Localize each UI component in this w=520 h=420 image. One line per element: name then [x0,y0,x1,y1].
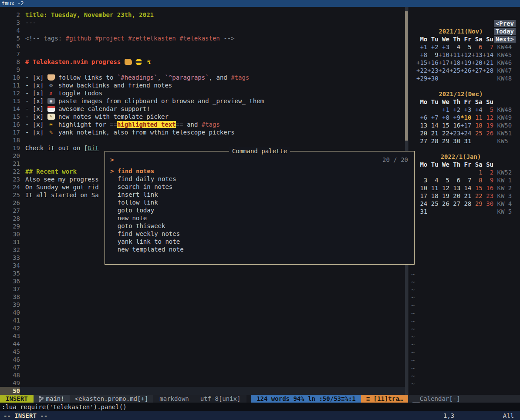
calendar-day[interactable]: 31 [460,138,471,144]
calendar-day[interactable]: 11 [471,114,482,121]
editor-line[interactable]: 2title: Tuesday, November 23th, 2021 [0,11,408,19]
calendar-day[interactable]: 5 [483,106,493,113]
calendar-day[interactable]: 19 [439,192,449,199]
editor-line[interactable]: 44 [0,340,408,348]
calendar-day[interactable]: 28 [427,138,438,144]
calendar-day[interactable]: 12 [483,114,493,121]
editor-line[interactable]: 11- [x] ∞ show backlinks and friend note… [0,81,408,89]
calendar-day[interactable]: +6 [416,114,427,121]
editor-line[interactable]: 17- [x] ✎ yank notelink, also from wthin… [0,128,408,136]
editor-line[interactable]: 14- [x] awesome calendar support! [0,105,408,113]
calendar-day[interactable]: +27 [471,67,482,74]
calendar-day[interactable]: +26 [460,67,471,74]
calendar-day[interactable]: 3 [416,177,427,184]
calendar-day[interactable]: 25 [427,200,438,207]
calendar-day[interactable]: 25 [471,130,482,137]
calendar-day[interactable]: 28 [460,200,471,207]
calendar-day[interactable]: 29 [439,138,449,144]
calendar-day[interactable]: 6 [471,44,482,50]
calendar-day[interactable]: 4 [427,177,438,184]
calendar-day[interactable]: 23 [483,192,493,199]
calendar-day[interactable]: 11 [427,185,438,192]
editor-line[interactable]: 3--- [0,19,408,27]
calendar-day[interactable]: +14 [483,51,493,58]
calendar-day[interactable]: 20 [449,192,460,199]
calendar-day[interactable]: 29 [471,200,482,207]
palette-item[interactable]: insert link [105,191,414,198]
calendar-day[interactable]: +10 [439,51,449,58]
calendar-day[interactable]: 13 [416,122,427,129]
calendar-day[interactable]: *10 [460,114,471,121]
editor-line[interactable]: 43 [0,332,408,340]
editor-line[interactable]: 12- [x] ✗ toggle todos [0,89,408,97]
calendar-day[interactable]: +29 [416,75,427,82]
calendar-day[interactable]: +24 [439,67,449,74]
calendar-day[interactable]: 14 [460,185,471,192]
editor-line[interactable]: 37 [0,285,408,293]
editor-line[interactable]: 46 [0,356,408,363]
palette-item[interactable]: search in notes [105,183,414,191]
calendar-day[interactable]: +13 [471,51,482,58]
calendar-day[interactable]: +22 [416,67,427,74]
editor-line[interactable]: 49 [0,379,408,387]
calendar-day[interactable]: +18 [449,59,460,66]
calendar-day[interactable]: +9 [449,114,460,121]
calendar-day[interactable]: 18 [471,122,482,129]
editor-line[interactable]: 15- [x] ✎ new notes with template picker [0,113,408,121]
calendar-day[interactable]: 27 [449,200,460,207]
calendar-day[interactable]: 30 [483,200,493,207]
calendar-day[interactable]: 12 [439,185,449,192]
editor-line[interactable]: 42 [0,324,408,332]
calendar-day[interactable]: 27 [416,138,427,144]
calendar-day[interactable]: +25 [449,67,460,74]
calendar-day[interactable]: 8 [471,177,482,184]
palette-item[interactable]: goto today [105,206,414,214]
calendar-day[interactable]: +24 [460,130,471,137]
editor-line[interactable]: 6 [0,42,408,50]
calendar-day[interactable]: +8 [416,51,427,58]
editor-line[interactable]: 39 [0,301,408,309]
calendar-today-button[interactable]: Today [494,28,516,35]
calendar-day[interactable]: 21 [460,192,471,199]
editor-line[interactable]: 35 [0,269,408,277]
calendar-day[interactable]: +19 [460,59,471,66]
calendar-day[interactable]: 13 [449,185,460,192]
calendar-day[interactable]: 22 [471,192,482,199]
calendar-day[interactable]: 22 [439,130,449,137]
calendar-day[interactable]: +3 [439,44,449,50]
calendar-day[interactable]: 20 [416,130,427,137]
calendar-day[interactable]: 31 [416,208,427,215]
calendar-day[interactable]: +15 [416,59,427,66]
editor-line[interactable]: 45 [0,348,408,356]
calendar-day[interactable]: 16 [449,122,460,129]
calendar-day[interactable]: 10 [416,185,427,192]
calendar-day[interactable]: +12 [460,51,471,58]
calendar-day[interactable]: 26 [483,130,493,137]
calendar-day[interactable]: 7 [483,44,493,50]
calendar-day[interactable]: +2 [427,44,438,50]
calendar-day[interactable]: 18 [427,192,438,199]
calendar-day[interactable]: +17 [439,59,449,66]
editor-line[interactable]: 16- [x] ☀ highlight for ==highlighted te… [0,121,408,128]
calendar-day[interactable]: +7 [427,114,438,121]
calendar-day[interactable]: +2 [449,106,460,113]
editor-line[interactable]: 47 [0,363,408,371]
calendar-day[interactable]: +17 [460,122,471,129]
editor-line[interactable]: 13- [x] ◉ paste images from clipboard or… [0,97,408,105]
calendar-day[interactable]: 6 [449,177,460,184]
calendar-day[interactable]: 15 [439,122,449,129]
editor-line[interactable]: 18 [0,136,408,144]
editor-line[interactable]: 5<!-- tags: #github #project #zettelkast… [0,34,408,42]
scrollbar-thumb[interactable] [405,11,408,141]
editor-line[interactable]: 36 [0,277,408,285]
calendar-day[interactable]: 2 [483,169,493,176]
calendar-day[interactable]: +4 [471,106,482,113]
calendar-day[interactable]: 26 [439,200,449,207]
calendar-day[interactable]: 4 [449,44,460,50]
calendar-day[interactable]: 15 [471,185,482,192]
palette-item[interactable]: find weekly notes [105,230,414,238]
palette-item[interactable]: goto thisweek [105,222,414,230]
calendar-day[interactable]: 24 [416,200,427,207]
calendar-day[interactable]: 21 [427,130,438,137]
palette-item[interactable]: find daily notes [105,175,414,183]
